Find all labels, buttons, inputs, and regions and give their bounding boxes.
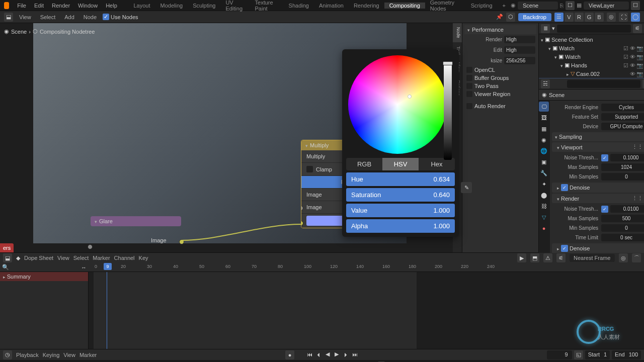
workspace-uv[interactable]: UV Editing	[220, 0, 250, 12]
keyframe-next-icon[interactable]: ⏵	[342, 350, 350, 358]
new-scene-icon[interactable]: ☐	[566, 1, 575, 10]
dopesheet-mode-icon[interactable]: ◆	[16, 255, 20, 261]
outliner-type-icon[interactable]: ≣	[541, 24, 550, 33]
dope-tracks[interactable]	[89, 272, 644, 349]
tab-material[interactable]: ●	[539, 223, 549, 233]
tab-modifier[interactable]: 🔧	[539, 168, 549, 178]
display-mode-icon[interactable]: ▾	[552, 25, 555, 32]
tab-node-panel[interactable]: Node	[453, 23, 462, 42]
tree-row[interactable]: ▣Hands☑👁📷	[539, 61, 644, 69]
buffergroups-checkbox[interactable]: Buffer Groups	[464, 74, 536, 82]
ds-select[interactable]: Select	[73, 255, 89, 261]
tab-hsv[interactable]: HSV	[382, 158, 419, 170]
tl-playback[interactable]: Playback	[16, 352, 39, 358]
tl-keying[interactable]: Keying	[43, 352, 60, 358]
opencl-checkbox[interactable]: OpenCL	[464, 66, 536, 74]
ds-marker[interactable]: Marker	[93, 255, 110, 261]
feature-set-field[interactable]: Supported	[601, 113, 644, 121]
workspace-scripting[interactable]: Scripting	[466, 3, 498, 9]
summary-row[interactable]: Summary	[0, 272, 88, 281]
tl-view[interactable]: View	[63, 352, 75, 358]
menu-window[interactable]: Window	[74, 3, 102, 9]
menu-file[interactable]: File	[13, 3, 30, 9]
perf-chunk-size[interactable]: 256x256	[504, 57, 535, 64]
sampling-header[interactable]: Sampling	[552, 132, 644, 141]
glare-image-socket[interactable]	[179, 239, 184, 244]
tree-row[interactable]: ▣Watch☑👁📷	[539, 44, 644, 52]
workspace-compositing[interactable]: Compositing	[384, 3, 425, 9]
value-slider[interactable]	[444, 61, 452, 160]
tree-row[interactable]: ▣Watch☑👁📷	[539, 52, 644, 61]
ds-icon1[interactable]: ▶	[517, 253, 526, 262]
ds-proportional-icon[interactable]: ◎	[619, 253, 628, 262]
menu-render[interactable]: Render	[48, 3, 74, 9]
tab-render[interactable]: 🖵	[539, 102, 549, 112]
workspace-shading[interactable]: Shading	[284, 3, 314, 9]
move-icon[interactable]: ◯	[631, 13, 640, 22]
workspace-sculpting[interactable]: Sculpting	[188, 3, 220, 9]
tab-physics[interactable]: ⬤	[539, 190, 549, 200]
vp-noise-field[interactable]: 0.1000	[610, 154, 644, 161]
tab-world[interactable]: 🌐	[539, 146, 549, 156]
current-frame-field[interactable]: 9	[547, 350, 572, 359]
workspace-layout[interactable]: Layout	[128, 3, 155, 9]
render-header[interactable]: Render⋮⋮⋮	[552, 194, 644, 203]
jump-start-icon[interactable]: ⏮	[305, 350, 313, 358]
alpha-field[interactable]: Alpha1.000	[346, 219, 455, 233]
vp-denoise-header[interactable]: ✓Denoise	[552, 183, 644, 193]
fit-icon[interactable]: ⛶	[619, 13, 628, 22]
timeline-type-icon[interactable]: ◷	[3, 350, 12, 359]
menu-view2[interactable]: View	[16, 14, 34, 20]
keyframe-prev-icon[interactable]: ⏴	[314, 350, 323, 358]
ruler-track[interactable]: 0 9 20 30 40 50 60 70 80 100 120 140 160…	[89, 263, 644, 272]
compositor-editor[interactable]: ◉Scene › ⬡Compositing Nodetree ers Glare…	[0, 23, 538, 252]
editor-type-icon[interactable]: ⬓	[4, 13, 13, 22]
tree-row[interactable]: ▣Scene Collection	[539, 35, 644, 44]
perf-render-quality[interactable]: High	[504, 36, 535, 43]
value-thumb[interactable]	[443, 61, 453, 65]
tab-viewlayer[interactable]: ▦	[539, 124, 549, 134]
autokey-icon[interactable]: ●	[285, 350, 294, 359]
zoom-icon[interactable]: ◎	[607, 13, 616, 22]
socket-alpha-out[interactable]	[88, 244, 93, 249]
filter-icon[interactable]: ⚟	[633, 24, 642, 33]
play-reverse-icon[interactable]: ◀	[324, 350, 332, 358]
ds-filter-icon[interactable]: ⚟	[556, 253, 566, 262]
end-frame-field[interactable]: 100	[629, 351, 638, 358]
tab-constraint[interactable]: ⛓	[539, 201, 549, 211]
r-max-field[interactable]: 500	[601, 215, 644, 222]
menu-add[interactable]: Add	[61, 14, 77, 20]
dopesheet-type-icon[interactable]: ⬓	[3, 253, 12, 262]
render-layers-node[interactable]: ers	[0, 243, 14, 252]
new-viewlayer-icon[interactable]: ☐	[631, 1, 640, 10]
wheel-indicator-icon[interactable]	[408, 95, 412, 99]
color-wheel[interactable]	[348, 55, 447, 154]
r-time-field[interactable]: 0 sec	[601, 234, 644, 241]
channel-r[interactable]: R	[575, 13, 584, 22]
vp-max-field[interactable]: 1024	[601, 163, 644, 171]
play-icon[interactable]: ▶	[333, 350, 341, 358]
viewlayer-selector[interactable]: ViewLayer	[584, 2, 629, 10]
workspace-texpaint[interactable]: Texture Paint	[250, 0, 284, 12]
tab-object[interactable]: ▣	[539, 157, 549, 167]
r-min-field[interactable]: 0	[601, 224, 644, 232]
value-field[interactable]: Value1.000	[346, 204, 455, 217]
workspace-add[interactable]: +	[498, 3, 511, 9]
saturation-field[interactable]: Saturation0.640	[346, 188, 455, 202]
menu-edit[interactable]: Edit	[30, 3, 48, 9]
r-noise-checkbox[interactable]: ✓	[601, 206, 608, 213]
ds-icon2[interactable]: ⬒	[530, 253, 539, 262]
outliner-search[interactable]	[557, 25, 631, 33]
ds-view[interactable]: View	[57, 255, 69, 261]
tab-output[interactable]: 🖼	[539, 113, 549, 123]
vp-min-field[interactable]: 0	[601, 173, 644, 180]
tab-rgb[interactable]: RGB	[346, 158, 382, 170]
tl-marker[interactable]: Marker	[79, 352, 97, 358]
workspace-animation[interactable]: Animation	[314, 3, 349, 9]
vp-denoise-checkbox[interactable]: ✓	[561, 184, 568, 191]
workspace-modeling[interactable]: Modeling	[155, 3, 188, 9]
hue-field[interactable]: Hue0.634	[346, 172, 455, 186]
r-denoise-header[interactable]: ✓Denoise	[552, 243, 644, 253]
workspace-rendering[interactable]: Rendering	[349, 3, 384, 9]
vp-noise-checkbox[interactable]: ✓	[601, 154, 608, 161]
